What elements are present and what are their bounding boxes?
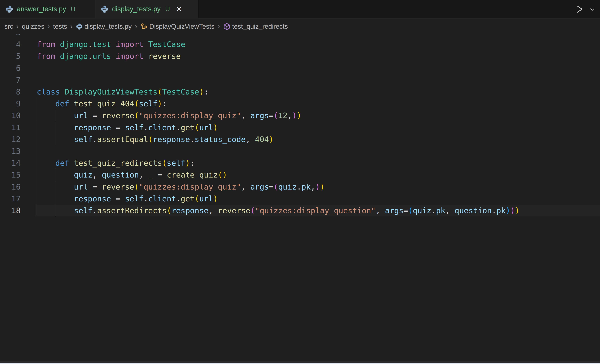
breadcrumb-item-tests[interactable]: tests <box>53 23 67 30</box>
breadcrumb-separator: › <box>16 23 19 30</box>
indent-guide <box>37 145 37 157</box>
breadcrumb-item-method[interactable]: test_quiz_redirects <box>223 23 288 30</box>
play-icon <box>575 4 584 14</box>
code-line-text: class DisplayQuizViewTests(TestCase): <box>37 86 208 98</box>
code-row-5[interactable]: 5from django.urls import reverse <box>0 50 600 62</box>
line-number: 14 <box>0 157 21 169</box>
python-icon <box>5 5 13 13</box>
line-number: 17 <box>0 193 21 205</box>
tab-label: display_tests.py <box>112 5 160 13</box>
line-number: 8 <box>0 86 21 98</box>
line-number: 3 <box>0 34 21 38</box>
code-line-text: def test_quiz_404(self): <box>37 98 167 110</box>
code-editor[interactable]: 34from django.test import TestCase5from … <box>0 34 600 361</box>
symbol-class-icon <box>141 23 148 30</box>
line-number: 6 <box>0 62 21 74</box>
breadcrumb: src › quizzes › tests › display_tests.py… <box>0 19 600 34</box>
editor-actions <box>574 0 598 18</box>
code-line-text: from django.urls import reverse <box>37 50 181 62</box>
window-bottom-edge <box>0 363 600 364</box>
tab-display-tests[interactable]: display_tests.py U ✕ <box>95 0 199 18</box>
breadcrumb-separator: › <box>135 23 137 30</box>
symbol-method-icon <box>223 23 230 30</box>
breadcrumb-separator: › <box>70 23 73 30</box>
git-untracked-badge: U <box>165 5 170 13</box>
code-line-text: url = reverse("quizzes:display_quiz", ar… <box>37 181 325 193</box>
code-row-6[interactable]: 6 <box>0 62 600 74</box>
code-row-4[interactable]: 4from django.test import TestCase <box>0 38 600 50</box>
code-row-13[interactable]: 13 <box>0 145 600 157</box>
code-row-14[interactable]: 14 def test_quiz_redirects(self): <box>0 157 600 169</box>
breadcrumb-item-file[interactable]: display_tests.py <box>76 23 132 30</box>
code-row-11[interactable]: 11 response = self.client.get(url) <box>0 121 600 133</box>
line-number: 10 <box>0 110 21 121</box>
code-line-text: response = self.client.get(url) <box>37 121 218 133</box>
line-number: 5 <box>0 50 21 62</box>
breadcrumb-item-src[interactable]: src <box>4 23 13 30</box>
breadcrumb-separator: › <box>47 23 50 30</box>
tab-label: answer_tests.py <box>17 5 66 13</box>
line-number: 16 <box>0 181 21 193</box>
git-untracked-badge: U <box>71 5 75 13</box>
line-number: 12 <box>0 133 21 145</box>
code-row-18[interactable]: 18 self.assertRedirects(response, revers… <box>0 205 600 216</box>
code-line-text: quiz, question, _ = create_quiz() <box>37 169 227 181</box>
code-line-text: self.assertEqual(response.status_code, 4… <box>37 133 273 145</box>
breadcrumb-separator: › <box>218 23 220 30</box>
line-number: 18 <box>0 205 21 216</box>
line-number: 7 <box>0 74 21 86</box>
run-options-dropdown[interactable] <box>587 4 598 14</box>
line-number: 9 <box>0 98 21 110</box>
tab-answer-tests[interactable]: answer_tests.py U <box>0 0 95 18</box>
chevron-down-icon <box>589 6 596 13</box>
line-number: 13 <box>0 145 21 157</box>
code-row-17[interactable]: 17 response = self.client.get(url) <box>0 193 600 205</box>
code-line-text: url = reverse("quizzes:display_quiz", ar… <box>37 110 301 121</box>
code-row-10[interactable]: 10 url = reverse("quizzes:display_quiz",… <box>0 110 600 121</box>
line-number: 11 <box>0 121 21 133</box>
code-row-12[interactable]: 12 self.assertEqual(response.status_code… <box>0 133 600 145</box>
python-icon <box>101 5 109 13</box>
breadcrumb-item-class[interactable]: DisplayQuizViewTests <box>141 23 215 30</box>
code-row-15[interactable]: 15 quiz, question, _ = create_quiz() <box>0 169 600 181</box>
code-line-text: def test_quiz_redirects(self): <box>37 157 195 169</box>
code-row-16[interactable]: 16 url = reverse("quizzes:display_quiz",… <box>0 181 600 193</box>
code-line-text: response = self.client.get(url) <box>37 193 218 205</box>
line-number: 4 <box>0 38 21 50</box>
code-line-text: self.assertRedirects(response, reverse("… <box>37 205 519 216</box>
code-line-text: from django.test import TestCase <box>37 38 185 50</box>
tab-bar: answer_tests.py U display_tests.py U ✕ <box>0 0 600 19</box>
code-row-7[interactable]: 7 <box>0 74 600 86</box>
code-row-9[interactable]: 9 def test_quiz_404(self): <box>0 98 600 110</box>
code-row-8[interactable]: 8class DisplayQuizViewTests(TestCase): <box>0 86 600 98</box>
close-icon[interactable]: ✕ <box>175 5 183 13</box>
line-number: 15 <box>0 169 21 181</box>
code-row-3[interactable]: 3 <box>0 34 600 38</box>
python-icon <box>76 23 83 30</box>
breadcrumb-item-quizzes[interactable]: quizzes <box>22 23 44 30</box>
run-python-file-button[interactable] <box>574 4 585 14</box>
horizontal-scrollbar-track[interactable] <box>0 361 600 363</box>
